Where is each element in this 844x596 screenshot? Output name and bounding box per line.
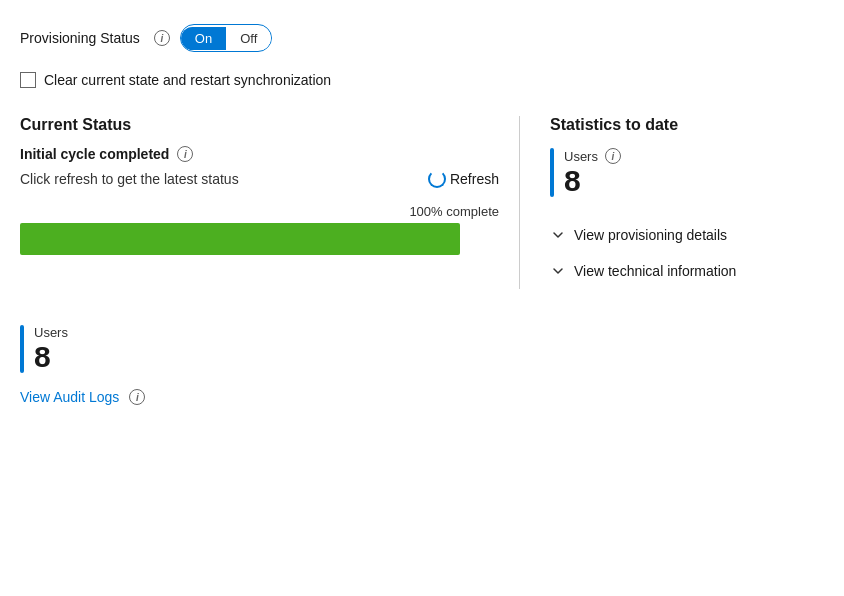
stats-info-icon[interactable]: i (605, 148, 621, 164)
bottom-stat-content: Users 8 (34, 325, 68, 373)
status-line: Initial cycle completed i (20, 146, 499, 162)
restart-sync-label: Clear current state and restart synchron… (44, 72, 331, 88)
checkbox-row[interactable]: Clear current state and restart synchron… (20, 72, 824, 88)
status-text: Initial cycle completed (20, 146, 169, 162)
audit-logs-info-icon[interactable]: i (129, 389, 145, 405)
progress-section: 100% complete (20, 204, 499, 255)
refresh-hint: Click refresh to get the latest status (20, 171, 239, 187)
progress-bar (20, 223, 460, 255)
bottom-stat-bar (20, 325, 24, 373)
current-status-title: Current Status (20, 116, 499, 134)
refresh-row: Click refresh to get the latest status R… (20, 170, 499, 188)
audit-logs-link[interactable]: View Audit Logs (20, 389, 119, 405)
toggle-off-label[interactable]: Off (226, 27, 271, 50)
audit-logs-row: View Audit Logs i (20, 389, 824, 405)
expand-provisioning-details[interactable]: View provisioning details (550, 217, 824, 253)
provisioning-info-icon[interactable]: i (154, 30, 170, 46)
stats-title: Statistics to date (550, 116, 824, 134)
bottom-section: Users 8 View Audit Logs i (20, 325, 824, 405)
stat-users-label: Users i (564, 148, 621, 164)
provisioning-toggle[interactable]: On Off (180, 24, 272, 52)
refresh-icon (428, 170, 446, 188)
progress-label: 100% complete (20, 204, 499, 219)
stat-content: Users i 8 (564, 148, 621, 197)
left-panel: Current Status Initial cycle completed i… (20, 116, 520, 289)
refresh-label: Refresh (450, 171, 499, 187)
bottom-users-value: 8 (34, 340, 68, 373)
main-layout: Current Status Initial cycle completed i… (20, 116, 824, 289)
status-info-icon[interactable]: i (177, 146, 193, 162)
stat-bar (550, 148, 554, 197)
provisioning-details-label: View provisioning details (574, 227, 727, 243)
stat-users-value: 8 (564, 164, 621, 197)
refresh-button[interactable]: Refresh (428, 170, 499, 188)
bottom-users-label: Users (34, 325, 68, 340)
chevron-down-icon (550, 227, 566, 243)
provisioning-label: Provisioning Status (20, 30, 140, 46)
right-panel: Statistics to date Users i 8 View provis… (520, 116, 824, 289)
toggle-on-label[interactable]: On (181, 27, 226, 50)
stats-users-block: Users i 8 (550, 148, 824, 197)
expand-technical-info[interactable]: View technical information (550, 253, 824, 289)
bottom-users-block: Users 8 (20, 325, 824, 373)
provisioning-header: Provisioning Status i On Off (20, 24, 824, 52)
chevron-down-icon-2 (550, 263, 566, 279)
restart-sync-checkbox[interactable] (20, 72, 36, 88)
technical-info-label: View technical information (574, 263, 736, 279)
